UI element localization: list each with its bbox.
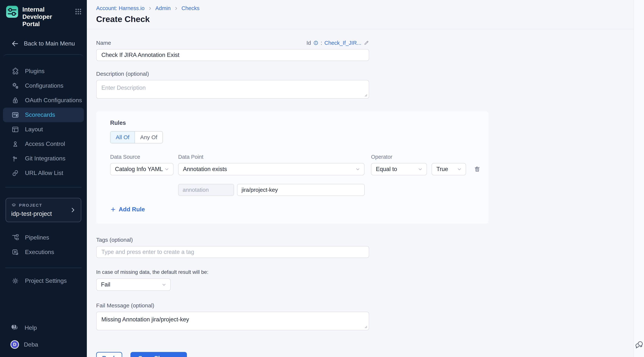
sidebar-item-git-integrations[interactable]: Git Integrations xyxy=(0,151,87,166)
breadcrumb: Account: Harness.io Admin Checks xyxy=(96,5,634,11)
back-arrow-icon xyxy=(11,40,19,48)
operand-select[interactable]: True xyxy=(432,163,466,175)
app-launcher-grid-icon[interactable] xyxy=(74,8,82,15)
help-chat-icon xyxy=(10,323,19,332)
missing-data-value: Fail xyxy=(101,281,110,288)
back-to-main-menu-label: Back to Main Menu xyxy=(24,40,75,47)
sidebar-item-pipelines[interactable]: Pipelines xyxy=(0,230,87,245)
annotation-value-input[interactable] xyxy=(237,184,365,196)
sidebar-item-url-allow-list[interactable]: URL Allow List xyxy=(0,166,87,180)
sidebar-item-scorecards[interactable]: Scorecards xyxy=(3,108,84,122)
lock-icon xyxy=(11,96,20,105)
description-textarea[interactable] xyxy=(96,80,369,99)
data-point-label: Data Point xyxy=(178,154,371,160)
check-id-link[interactable]: Check_If_JIR... xyxy=(324,40,361,46)
chevron-right-icon xyxy=(174,6,178,11)
sidebar-item-label: Project Settings xyxy=(25,277,67,284)
sidebar-item-layout[interactable]: Layout xyxy=(0,122,87,137)
sidebar-item-plugins[interactable]: Plugins xyxy=(0,64,87,79)
chevron-down-icon xyxy=(457,167,462,172)
sidebar-item-label: Git Integrations xyxy=(25,155,66,162)
chevron-down-icon xyxy=(355,167,360,172)
operand-value: True xyxy=(436,166,448,173)
description-label: Description (optional) xyxy=(96,71,634,77)
sidebar-item-label: Access Control xyxy=(25,140,65,147)
tab-any-of[interactable]: Any Of xyxy=(134,132,162,143)
sidebar-item-executions[interactable]: Executions xyxy=(0,245,87,259)
sidebar-nav: Plugins Configurations OAut xyxy=(0,64,87,180)
gears-icon xyxy=(11,82,20,90)
project-eyebrow-label: PROJECT xyxy=(19,203,42,208)
executions-icon xyxy=(11,248,20,256)
sidebar-project-nav: Pipelines Executions xyxy=(0,230,87,259)
name-input[interactable] xyxy=(96,49,369,61)
fail-message-label: Fail Message (optional) xyxy=(96,302,634,309)
back-to-main-menu[interactable]: Back to Main Menu xyxy=(0,38,87,50)
data-point-select[interactable]: Annotation exists xyxy=(178,163,364,175)
sidebar-section-divider xyxy=(3,54,84,58)
rules-match-toggle: All Of Any Of xyxy=(110,131,163,143)
pipelines-icon xyxy=(11,233,20,242)
rules-label: Rules xyxy=(110,120,488,126)
puzzle-icon xyxy=(11,67,20,75)
breadcrumb-account[interactable]: Account: Harness.io xyxy=(96,5,144,11)
sidebar-bottom: Help D Deba xyxy=(0,320,87,357)
layers-icon xyxy=(11,203,16,208)
sidebar-item-access-control[interactable]: Access Control xyxy=(0,137,87,151)
chevron-right-icon xyxy=(70,207,76,213)
app-logo-icon[interactable] xyxy=(6,6,18,18)
missing-data-select[interactable]: Fail xyxy=(96,278,171,291)
data-source-label: Data Source xyxy=(110,154,178,160)
git-branch-icon xyxy=(11,154,20,163)
sidebar-item-label: Layout xyxy=(25,126,43,133)
user-menu[interactable]: D Deba xyxy=(0,340,87,349)
support-chat-icon[interactable] xyxy=(634,340,644,349)
annotation-key-input[interactable] xyxy=(178,184,234,196)
help-label: Help xyxy=(24,324,37,331)
edit-pencil-icon[interactable] xyxy=(364,40,369,46)
tags-label: Tags (optional) xyxy=(96,237,634,243)
project-selector-card[interactable]: PROJECT idp-test-project xyxy=(6,198,81,222)
add-rule-button[interactable]: Add Rule xyxy=(110,206,145,213)
avatar: D xyxy=(10,340,19,349)
sidebar-item-oauth-configurations[interactable]: OAuth Configurations xyxy=(0,93,87,108)
save-changes-button[interactable]: Save Changes xyxy=(130,352,187,357)
plus-icon xyxy=(110,206,116,212)
create-check-form: Name Id : Check_If_JIR... Descript xyxy=(87,29,634,357)
delete-rule-button[interactable] xyxy=(474,165,481,173)
breadcrumb-checks[interactable]: Checks xyxy=(182,5,200,11)
scorecard-icon xyxy=(11,111,20,119)
user-name: Deba xyxy=(24,341,38,348)
sidebar-item-label: Configurations xyxy=(25,82,63,89)
data-source-select[interactable]: Catalog Info YAML xyxy=(110,163,174,175)
sidebar-item-label: OAuth Configurations xyxy=(25,97,82,104)
page-title: Create Check xyxy=(96,14,634,24)
chevron-down-icon xyxy=(418,167,423,172)
sidebar-divider xyxy=(5,187,82,187)
data-point-value: Annotation exists xyxy=(183,166,227,173)
chevron-down-icon xyxy=(164,167,170,172)
person-icon xyxy=(11,140,20,148)
sidebar-item-label: Executions xyxy=(25,249,54,255)
tab-all-of[interactable]: All Of xyxy=(110,132,134,143)
id-label: Id xyxy=(306,40,311,46)
project-name: idp-test-project xyxy=(11,210,76,217)
sidebar-item-label: Scorecards xyxy=(25,111,55,118)
sidebar-item-configurations[interactable]: Configurations xyxy=(0,79,87,93)
operator-select[interactable]: Equal to xyxy=(371,163,427,175)
right-edge-strip xyxy=(634,0,644,357)
tags-input[interactable] xyxy=(96,246,369,258)
sidebar-settings-nav: Project Settings xyxy=(0,274,87,288)
rules-card: Rules All Of Any Of Data Source Data Poi… xyxy=(96,111,488,224)
info-icon[interactable] xyxy=(313,40,318,46)
add-rule-label: Add Rule xyxy=(119,206,145,213)
fail-message-textarea[interactable]: Missing Annotation jira/project-key xyxy=(96,312,369,330)
help-button[interactable]: Help xyxy=(0,320,87,335)
sidebar-item-label: URL Allow List xyxy=(25,170,63,176)
id-colon: : xyxy=(321,40,322,46)
sidebar-item-project-settings[interactable]: Project Settings xyxy=(0,274,87,288)
sidebar-header: Internal Developer Portal xyxy=(0,0,87,28)
back-button[interactable]: Back xyxy=(96,352,122,357)
breadcrumb-admin[interactable]: Admin xyxy=(156,5,171,11)
operator-value: Equal to xyxy=(376,166,397,173)
